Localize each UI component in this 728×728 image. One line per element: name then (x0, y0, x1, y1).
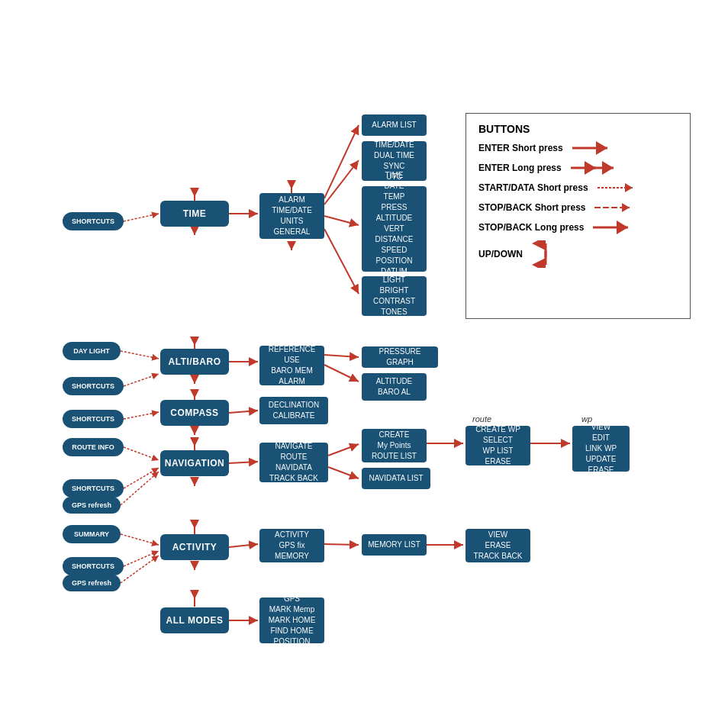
pressure-graph-node: PRESSURE GRAPH (362, 346, 438, 368)
svg-line-32 (124, 447, 159, 460)
shortcuts-node-1: SHORTCUTS (63, 212, 124, 230)
legend-row-2: ENTER Long press (478, 161, 678, 175)
altitude-baro-node: ALTITUDE BARO AL (362, 373, 427, 401)
activity-node: ACTIVITY (160, 534, 229, 560)
svg-line-20 (124, 374, 159, 386)
svg-line-16 (324, 160, 359, 205)
svg-line-7 (124, 214, 159, 221)
legend-row-6: UP/DOWN (478, 240, 678, 268)
arrow-start-short (596, 181, 638, 195)
nav-menu-node: NAVIGATE ROUTE NAVIDATA TRACK BACK (259, 443, 328, 482)
arrow-stop-long (591, 221, 633, 234)
daylight-node: DAY LIGHT (63, 342, 121, 360)
arrow-enter-short (571, 141, 613, 155)
svg-line-34 (121, 472, 159, 505)
svg-line-18 (324, 229, 359, 294)
route-info-node: ROUTE INFO (63, 438, 124, 456)
route-sub-node: CREATE WP SELECT WP LIST ERASE (465, 426, 530, 465)
ref-use-menu-node: REFERENCE USE BARO MEM ALARM (259, 346, 324, 385)
svg-line-33 (124, 468, 159, 488)
arrow-enter-long (569, 161, 619, 175)
alarm-menu-node: ALARM TIME/DATE UNITS GENERAL (259, 193, 324, 239)
gps-refresh-node-1: GPS refresh (63, 497, 121, 514)
all-menu-node: GPS MARK Memp MARK HOME FIND HOME POSITI… (259, 598, 324, 643)
svg-line-45 (121, 556, 159, 583)
svg-line-50 (324, 544, 359, 545)
shortcuts-node-2: SHORTCUTS (63, 377, 124, 395)
legend-box: BUTTONS ENTER Short press ENTER Long pre… (465, 113, 691, 319)
svg-line-27 (124, 412, 159, 419)
wp-sub-node: VIEW EDIT LINK WP UPDATE ERASE (572, 426, 630, 472)
svg-line-43 (121, 534, 159, 545)
legend-row-1: ENTER Short press (478, 141, 678, 155)
svg-line-15 (324, 125, 359, 198)
legend-row-5: STOP/BACK Long press (478, 221, 678, 234)
svg-line-26 (324, 365, 359, 382)
act-menu-node: ACTIVITY GPS fix MEMORY (259, 529, 324, 562)
svg-line-17 (324, 216, 359, 225)
route-label: route (472, 414, 491, 424)
navidata-list-node: NAVIDATA LIST (362, 468, 430, 489)
time-node: TIME (160, 201, 229, 227)
svg-line-19 (121, 351, 159, 359)
memory-list-node: MEMORY LIST (362, 534, 427, 556)
shortcuts-node-3: SHORTCUTS (63, 410, 124, 428)
legend-row-4: STOP/BACK Short press (478, 201, 678, 214)
legend-title: BUTTONS (478, 123, 678, 135)
svg-line-35 (229, 462, 258, 463)
svg-line-46 (229, 544, 258, 547)
create-menu-node: CREATE My Points ROUTE LIST (362, 429, 427, 462)
alarm-list-node: ALARM LIST (362, 114, 427, 136)
view-erase-node: VIEW ERASE TRACK BACK (465, 529, 530, 562)
main-display-node: TIME DATE TEMP PRESS ALTITUDE VERT DISTA… (362, 186, 427, 272)
navigation-node: NAVIGATION (160, 450, 229, 476)
gps-refresh-node-2: GPS refresh (63, 575, 121, 591)
summary-node: SUMMARY (63, 525, 121, 543)
altibaro-node: ALTI/BARO (160, 349, 229, 375)
svg-line-39 (328, 444, 359, 456)
svg-line-25 (324, 355, 359, 357)
svg-line-40 (328, 467, 359, 478)
shortcuts-node-4: SHORTCUTS (63, 479, 124, 498)
decl-calib-node: DECLINATION CALIBRATE (259, 397, 328, 424)
legend-row-3: START/DATA Short press (478, 181, 678, 195)
arrow-stop-short (593, 201, 635, 214)
svg-line-44 (124, 551, 159, 566)
all-modes-node: ALL MODES (160, 607, 229, 633)
shortcuts-node-5: SHORTCUTS (63, 557, 124, 575)
compass-node: COMPASS (160, 400, 229, 426)
svg-line-28 (229, 411, 258, 413)
arrow-updown (530, 240, 561, 268)
light-menu-node: LIGHT BRIGHT CONTRAST TONES (362, 276, 427, 316)
